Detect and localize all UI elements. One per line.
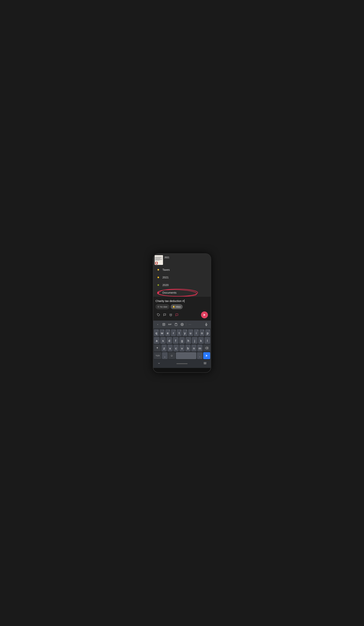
key-d[interactable]: d — [166, 337, 172, 344]
key-c[interactable]: c — [173, 345, 179, 352]
menu-label-documents: Documents — [163, 291, 176, 294]
menu-item-2021[interactable]: 2021 — [153, 274, 211, 281]
phone-inner: 📄 2021 Taxes 2021 — [153, 254, 211, 368]
key-n-letter: n — [193, 347, 195, 350]
key-a-letter: a — [156, 339, 158, 343]
menu-item-2020[interactable]: 2020 — [153, 281, 211, 289]
task-text-display[interactable]: Charity tax deduction # — [156, 299, 208, 304]
inbox-chip-icon: 🔔 — [172, 306, 175, 308]
key-space[interactable] — [176, 352, 196, 359]
emoji-button[interactable] — [161, 322, 166, 327]
settings-button[interactable] — [179, 322, 185, 327]
gif-label: GIF — [168, 323, 172, 325]
keyboard-back-button[interactable]: ‹ — [155, 322, 161, 327]
reminder-button[interactable] — [168, 312, 174, 318]
key-q[interactable]: 1 q — [154, 329, 159, 336]
key-period[interactable]: . — [197, 352, 202, 359]
key-k[interactable]: k — [198, 337, 204, 344]
nav-down-button[interactable] — [158, 362, 161, 366]
keyboard-toolbar: ‹ GIF — [153, 320, 211, 328]
svg-point-9 — [164, 324, 164, 324]
key-j[interactable]: j — [192, 337, 198, 344]
key-comma[interactable]: , — [162, 352, 167, 359]
date-chip-label: No date — [160, 306, 167, 308]
flag-button[interactable] — [162, 312, 168, 318]
key-e[interactable]: 3 e — [165, 329, 170, 336]
key-b[interactable]: b — [185, 345, 191, 352]
grid-icon — [203, 362, 206, 365]
key-numbers[interactable]: ?123 — [154, 352, 161, 359]
mic-button[interactable] — [203, 322, 209, 327]
chevron-down-icon — [158, 362, 161, 365]
key-f-letter: f — [175, 339, 176, 343]
key-m[interactable]: m — [197, 345, 202, 352]
alarm-icon — [169, 313, 172, 316]
shift-icon — [156, 347, 159, 350]
more-icon: ··· — [189, 323, 191, 326]
clipboard-icon — [174, 323, 178, 326]
key-b-letter: b — [187, 347, 189, 350]
key-o-letter: o — [201, 331, 203, 335]
keyboard-toggle-button[interactable] — [203, 362, 206, 366]
dot-2021 — [158, 276, 159, 278]
svg-rect-19 — [205, 362, 206, 363]
key-x[interactable]: x — [167, 345, 173, 352]
menu-item-documents[interactable]: Documents — [153, 289, 211, 297]
key-v-letter: v — [181, 347, 183, 350]
key-l[interactable]: l — [204, 337, 210, 344]
key-n[interactable]: n — [191, 345, 197, 352]
key-z[interactable]: z — [162, 345, 167, 352]
comment-button[interactable] — [174, 312, 180, 318]
key-send[interactable] — [203, 352, 210, 359]
more-button[interactable]: ··· — [187, 322, 193, 327]
gif-button[interactable]: GIF — [167, 322, 173, 327]
send-button[interactable] — [201, 312, 208, 318]
key-row-3: z x c v b n — [154, 345, 210, 352]
dot-documents — [158, 292, 159, 293]
thumbnail-row: 📄 2021 — [153, 255, 211, 266]
key-i[interactable]: 8 i — [194, 329, 199, 336]
key-rows: 1 q 2 w 3 e 4 r — [153, 328, 211, 360]
key-r[interactable]: 4 r — [171, 329, 176, 336]
dot-taxes — [158, 269, 159, 271]
thumbnail-year-label: 2021 — [164, 255, 169, 259]
key-y[interactable]: 6 y — [182, 329, 187, 336]
key-o[interactable]: 9 o — [199, 329, 204, 336]
task-text-content: Charity tax deduction # — [156, 300, 184, 303]
label-icon — [157, 313, 160, 316]
key-numbers-label: ?123 — [156, 354, 160, 357]
key-a[interactable]: a — [154, 337, 160, 344]
key-v[interactable]: v — [179, 345, 185, 352]
key-k-letter: k — [200, 339, 202, 343]
key-f[interactable]: f — [173, 337, 179, 344]
key-d-letter: d — [168, 339, 170, 343]
key-p[interactable]: 0 p — [205, 329, 210, 336]
key-h[interactable]: h — [185, 337, 191, 344]
menu-label-2021: 2021 — [163, 276, 169, 279]
clipboard-button[interactable] — [173, 322, 179, 327]
task-toolbar — [156, 311, 208, 319]
svg-line-4 — [170, 314, 170, 314]
key-i-letter: i — [196, 331, 197, 335]
key-row-1: 1 q 2 w 3 e 4 r — [154, 329, 210, 336]
menu-item-taxes[interactable]: Taxes — [153, 266, 211, 274]
key-s[interactable]: s — [160, 337, 166, 344]
label-button[interactable] — [156, 312, 162, 318]
key-u[interactable]: 7 u — [188, 329, 193, 336]
key-shift[interactable] — [154, 345, 161, 352]
inbox-chip[interactable]: 🔔 Inbox — [171, 304, 183, 309]
key-backspace[interactable] — [203, 345, 210, 352]
key-emoji[interactable]: ☺ — [168, 352, 175, 359]
key-w[interactable]: 2 w — [160, 329, 165, 336]
flag-icon — [163, 313, 166, 316]
comment-icon — [175, 313, 178, 316]
calendar-icon: ⊡ — [158, 306, 159, 308]
key-t[interactable]: 5 t — [177, 329, 182, 336]
emoji-key-icon: ☺ — [170, 354, 173, 357]
key-e-number: 3 — [169, 330, 170, 331]
menu-label-2020: 2020 — [163, 283, 169, 287]
key-g[interactable]: g — [179, 337, 185, 344]
date-chip[interactable]: ⊡ No date — [156, 304, 169, 309]
key-i-number: 8 — [198, 330, 198, 331]
send-icon — [203, 313, 206, 316]
